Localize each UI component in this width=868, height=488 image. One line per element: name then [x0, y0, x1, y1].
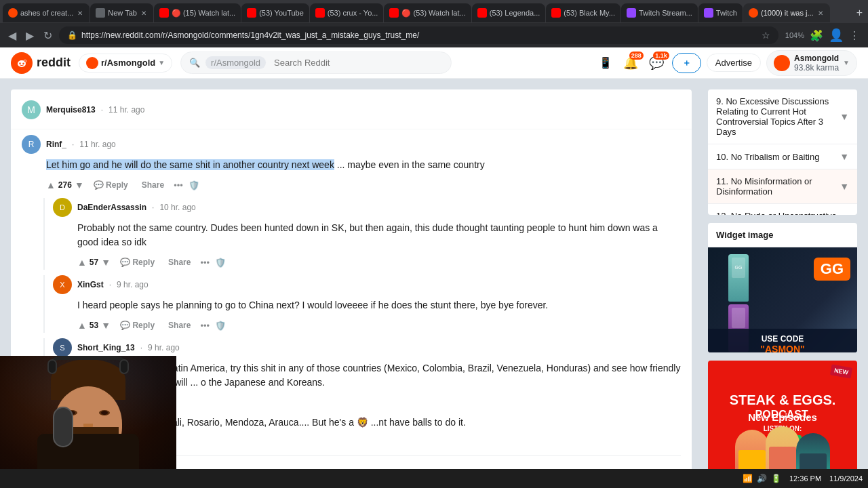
upvote-btn-daender[interactable]: ▲: [77, 257, 87, 268]
tab-bar: ashes of creat... ✕ New Tab ✕ 🔴 (15) Wat…: [0, 0, 868, 23]
search-input[interactable]: [274, 58, 443, 68]
podcast-widget: NEW STEAK & EGGS. PODCAST. LISTEN ON: ▶ …: [708, 361, 857, 478]
dot: ·: [72, 140, 74, 149]
reddit-logo[interactable]: reddit: [11, 52, 71, 74]
tab-newtab[interactable]: New Tab ✕: [90, 3, 153, 22]
tab-legend[interactable]: (53) Legenda...: [472, 3, 546, 22]
award-button[interactable]: 🛡️: [189, 180, 199, 190]
advertise-button[interactable]: Advertise: [707, 54, 761, 72]
refresh-button[interactable]: ↻: [41, 26, 55, 45]
tab-twitch1[interactable]: Twitch Stream...: [621, 3, 698, 22]
rule-10[interactable]: 10. No Tribalism or Baiting ▼: [708, 144, 857, 169]
podcast-title-line1: STEAK & EGGS.: [730, 392, 836, 408]
chat-badge: 1.1k: [653, 52, 669, 60]
menu-icon[interactable]: ⋮: [849, 29, 860, 42]
browser-actions: 104% 🧩 👤 ⋮: [783, 28, 863, 43]
tab-ashes[interactable]: ashes of creat... ✕: [3, 3, 90, 22]
rule-9[interactable]: 9. No Excessive Discussions Relating to …: [708, 89, 857, 144]
promo-overlay: USE CODE "ASMON" FOR 10% OFF! GAMER GG S…: [708, 329, 857, 352]
tab-black[interactable]: (53) Black My...: [546, 3, 620, 22]
tab-watch2[interactable]: 🔴 (53) Watch lat...: [384, 3, 471, 22]
tab-label: (53) YouTube: [259, 9, 304, 17]
user-menu[interactable]: Asmongold 93.8k karma ▼: [766, 50, 857, 76]
taskbar: 📶 🔊 🔋 12:36 PM 11/9/2024: [0, 469, 868, 488]
bottle-label2: [732, 308, 745, 328]
upvote-btn-xingst[interactable]: ▲: [77, 320, 87, 331]
zoom-level: 104%: [785, 31, 804, 39]
battery-icon: 🔋: [771, 474, 781, 483]
more-xingst[interactable]: •••: [200, 321, 210, 331]
tab-favicon-yt: [159, 8, 169, 18]
tab-close[interactable]: ✕: [140, 8, 148, 18]
svg-point-2: [19, 62, 20, 64]
create-post-button[interactable]: ＋: [672, 53, 701, 73]
more-actions-button[interactable]: •••: [174, 180, 183, 190]
address-bar[interactable]: 🔒 https://new.reddit.com/r/Asmongold/com…: [59, 26, 778, 44]
reply-button[interactable]: 💬 Reply: [90, 178, 132, 192]
podcast-new-label: New Episodes: [708, 411, 857, 423]
widget-title: Widget image: [708, 223, 857, 247]
tab-label: (53) Black My...: [564, 9, 615, 17]
time-daender: 10 hr. ago: [159, 203, 195, 212]
user-chevron-icon: ▼: [843, 59, 850, 66]
tab-crux[interactable]: (53) crux - Yo...: [310, 3, 384, 22]
author-shortking[interactable]: Short_King_13: [77, 343, 135, 352]
extensions-icon[interactable]: 🧩: [810, 29, 823, 42]
nested-comment-xingst: X XinGst · 9 hr. ago I heard people says…: [43, 275, 681, 333]
award-xingst[interactable]: 🛡️: [215, 321, 226, 331]
rule-11-text: 11. No Misinformation or Disinformation: [716, 176, 840, 197]
new-tab-icon[interactable]: +: [856, 7, 863, 19]
subreddit-selector[interactable]: r/Asmongold ▼: [79, 54, 172, 73]
author-daender[interactable]: DaEnderAssassin: [77, 203, 146, 212]
comment-actions-rinf: ▲ 276 ▼ 💬 Reply Share ••• 🛡️: [46, 178, 681, 192]
share-btn-daender[interactable]: Share: [164, 255, 195, 270]
tab-favicon-newtab: [96, 8, 105, 18]
tab-close[interactable]: ✕: [76, 8, 84, 18]
tab-close-active[interactable]: ✕: [816, 8, 825, 18]
qrcode-button[interactable]: 📱: [596, 54, 615, 72]
upvote-button[interactable]: ▲: [46, 180, 56, 190]
vote-area-xingst: ▲ 53 ▼: [77, 320, 111, 331]
award-daender[interactable]: 🛡️: [215, 258, 226, 268]
comment-header-xingst: X XinGst · 9 hr. ago: [53, 275, 681, 294]
star-icon[interactable]: ☆: [762, 30, 770, 41]
back-button[interactable]: ◀: [5, 26, 19, 45]
notification-badge: 288: [629, 52, 644, 60]
more-daender[interactable]: •••: [200, 258, 210, 268]
comment-author[interactable]: Merquise813: [46, 105, 96, 115]
search-box[interactable]: 🔍 r/Asmongold: [180, 52, 452, 74]
taskbar-time: 12:36 PM: [789, 474, 821, 483]
podcast-badge: NEW: [831, 366, 852, 377]
share-button[interactable]: Share: [138, 178, 168, 192]
profile-icon[interactable]: 👤: [829, 28, 844, 43]
tab-active[interactable]: (1000) it was j... ✕: [743, 3, 830, 22]
tab-twitch2[interactable]: Twitch: [698, 3, 743, 22]
downvote-button[interactable]: ▼: [75, 180, 84, 190]
author-xingst[interactable]: XinGst: [77, 280, 104, 289]
share-btn-xingst[interactable]: Share: [164, 318, 195, 333]
comment-avatar-shortking: S: [53, 338, 72, 357]
user-info: Asmongold 93.8k karma: [794, 54, 839, 73]
svg-point-5: [24, 60, 26, 61]
taskbar-icons: 📶 🔊 🔋: [743, 474, 781, 483]
rule-12[interactable]: 12. No Rude or Unconstructive Behavior ▼: [708, 204, 857, 215]
headphone-right: [119, 359, 129, 374]
right-eye: [99, 410, 110, 415]
downvote-btn-xingst[interactable]: ▼: [101, 320, 111, 331]
tab-label: Twitch Stream...: [639, 9, 692, 17]
url-text: https://new.reddit.com/r/Asmongold/comme…: [81, 30, 757, 40]
author-rinf[interactable]: Rinf_: [46, 140, 66, 149]
reply-btn-daender[interactable]: 💬 Reply: [116, 255, 159, 270]
tab-label: Twitch: [716, 9, 737, 17]
tab-yt[interactable]: (53) YouTube: [241, 3, 309, 22]
bell-button[interactable]: 🔔 288: [620, 53, 641, 73]
forward-button[interactable]: ▶: [23, 26, 37, 45]
rule-11[interactable]: 11. No Misinformation or Disinformation …: [708, 169, 857, 204]
actions-daender: ▲ 57 ▼ 💬 Reply Share ••• 🛡️: [77, 255, 681, 270]
chat-button[interactable]: 💬 1.1k: [646, 53, 667, 73]
tab-watch1[interactable]: 🔴 (15) Watch lat...: [154, 3, 241, 22]
right-sidebar: 9. No Excessive Discussions Relating to …: [708, 89, 857, 477]
downvote-btn-daender[interactable]: ▼: [101, 257, 111, 268]
reply-btn-xingst[interactable]: 💬 Reply: [116, 318, 159, 333]
rule-9-text: 9. No Excessive Discussions Relating to …: [716, 96, 840, 137]
